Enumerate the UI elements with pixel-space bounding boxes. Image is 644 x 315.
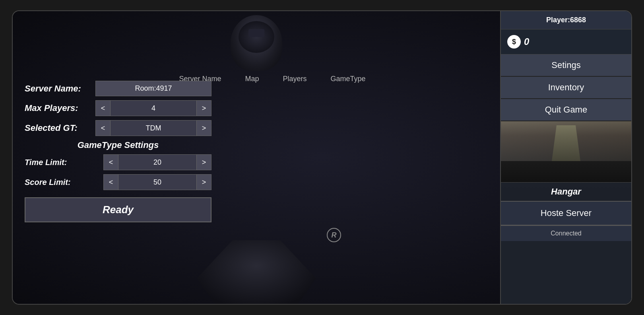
time-limit-value: 20: [118, 154, 196, 170]
hangar-structure: [550, 125, 582, 173]
inventory-button[interactable]: Inventory: [501, 77, 631, 99]
score-limit-spinner: < 50 >: [103, 174, 211, 190]
currency-value: 0: [524, 36, 529, 47]
score-limit-row: Score Limit: < 50 >: [25, 174, 211, 190]
time-limit-decrease-btn[interactable]: <: [103, 154, 118, 170]
max-players-value: 4: [111, 100, 196, 116]
time-limit-increase-btn[interactable]: >: [196, 154, 211, 170]
score-limit-decrease-btn[interactable]: <: [103, 174, 118, 190]
time-limit-label: Time Limit:: [25, 158, 80, 167]
connected-status: Connected: [501, 226, 631, 241]
time-limit-spinner: < 20 >: [103, 154, 211, 170]
quit-game-button[interactable]: Quit Game: [501, 99, 631, 121]
max-players-increase-btn[interactable]: >: [196, 100, 211, 116]
max-players-decrease-btn[interactable]: <: [95, 100, 111, 116]
selected-gt-row: Selected GT: < TDM >: [25, 120, 211, 136]
r-badge: R: [327, 228, 341, 242]
map-name-label: Hangar: [501, 182, 631, 201]
left-panel: Server Name: Room:4917 Max Players: < 4 …: [25, 81, 211, 222]
selected-gt-spinner: < TDM >: [95, 120, 211, 136]
host-server-button[interactable]: Hoste Server: [501, 201, 631, 226]
max-players-spinner: < 4 >: [95, 100, 211, 116]
character-silhouette: [197, 240, 316, 304]
selected-gt-label: Selected GT:: [25, 123, 92, 133]
helmet-image: [231, 15, 282, 71]
currency-row: $ 0: [501, 29, 631, 54]
selected-gt-increase-btn[interactable]: >: [196, 120, 211, 136]
selected-gt-value: TDM: [111, 120, 196, 136]
dollar-icon: $: [507, 35, 521, 49]
server-name-value: Room:4917: [95, 81, 211, 96]
right-sidebar: Player:6868 $ 0 Setings Inventory Quit G…: [500, 11, 631, 304]
settings-button[interactable]: Setings: [501, 54, 631, 77]
score-limit-increase-btn[interactable]: >: [196, 174, 211, 190]
top-header: [13, 11, 500, 71]
server-name-label: Server Name:: [25, 84, 92, 94]
map-preview: Hangar: [501, 121, 631, 201]
col-gametype: GameType: [331, 75, 366, 83]
ready-button[interactable]: Ready: [25, 197, 211, 222]
col-map: Map: [245, 75, 259, 83]
score-limit-value: 50: [118, 174, 196, 190]
gametype-settings-title: GameType Settings: [25, 140, 211, 150]
col-players: Players: [283, 75, 306, 83]
time-limit-row: Time Limit: < 20 >: [25, 154, 211, 170]
server-name-row: Server Name: Room:4917: [25, 81, 211, 96]
score-limit-label: Score Limit:: [25, 178, 80, 187]
player-name: Player:6868: [507, 16, 625, 24]
max-players-label: Max Players:: [25, 103, 92, 113]
selected-gt-decrease-btn[interactable]: <: [95, 120, 111, 136]
max-players-row: Max Players: < 4 >: [25, 100, 211, 116]
player-header: Player:6868: [501, 11, 631, 29]
